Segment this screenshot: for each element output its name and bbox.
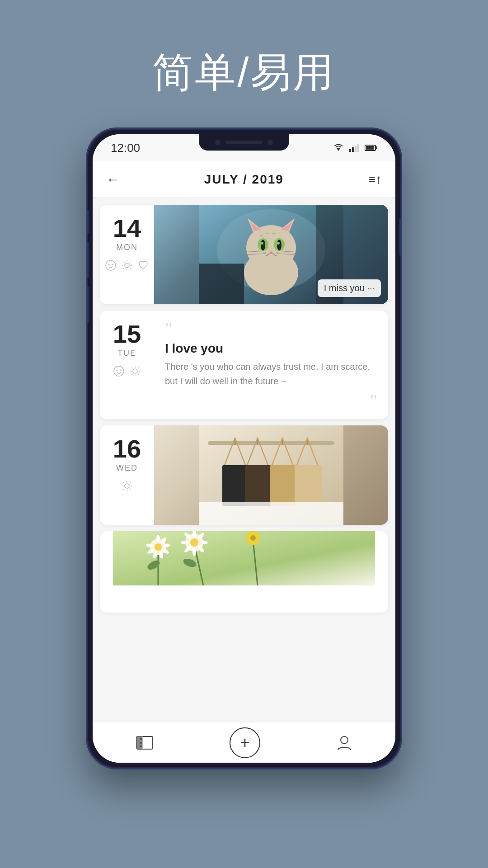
back-button[interactable]: ← [106,172,120,187]
entry-text-15[interactable]: " I love you There 's you who can always… [154,311,388,419]
calendar-icon [135,734,155,752]
svg-rect-71 [295,465,322,506]
svg-line-59 [130,489,131,490]
svg-point-93 [192,548,196,556]
svg-rect-1 [349,149,351,152]
svg-rect-3 [355,146,357,152]
heart-icon-14 [137,259,149,271]
entry-date-15: 15 TUE [100,311,154,419]
svg-line-51 [138,368,139,368]
svg-rect-39 [199,264,244,304]
phone-notch [199,134,289,151]
svg-rect-4 [357,144,359,152]
svg-rect-73 [113,531,375,585]
date-icons-15 [113,365,141,377]
nav-profile[interactable] [326,730,362,755]
status-time: 12:00 [111,141,140,155]
svg-point-11 [125,263,129,268]
date-day-14: MON [116,243,138,252]
smile-icon-15 [113,365,125,377]
quote-close-15: " [165,392,377,410]
entry-card-16: 16 WED [100,425,388,525]
bottom-nav: + [93,722,395,763]
scroll-content: 14 MON [93,198,395,722]
date-number-15: 15 [113,321,141,347]
svg-point-32 [261,242,263,245]
svg-line-60 [130,482,131,483]
app-content: ← JULY / 2019 ≡↑ 14 MON [93,161,395,763]
svg-point-43 [120,370,122,371]
svg-point-44 [133,369,137,373]
svg-rect-6 [366,146,374,150]
entry-card-15: 15 TUE [100,311,388,419]
clothes-image [154,425,388,525]
nav-calendar[interactable] [126,730,164,755]
svg-rect-69 [270,465,297,506]
svg-rect-72 [199,502,343,525]
wifi-icon [333,144,344,152]
svg-marker-0 [337,148,340,151]
date-number-14: 14 [113,216,141,241]
svg-point-9 [108,264,110,265]
date-icons-16 [121,480,133,492]
svg-point-30 [261,240,265,250]
status-icons [333,144,377,152]
svg-point-88 [190,538,198,547]
svg-point-91 [200,541,208,544]
svg-point-107 [341,736,348,744]
svg-line-52 [131,374,132,375]
svg-point-95 [181,541,189,544]
svg-point-78 [155,543,162,551]
svg-line-18 [130,262,131,263]
phone-frame: 12:00 [86,127,402,769]
entry-title-15: I love you [165,341,377,356]
profile-icon [335,734,353,752]
svg-point-79 [156,535,160,542]
entry-photo-flowers[interactable] [100,531,388,613]
date-icons-14 [105,259,149,271]
svg-line-50 [138,374,139,375]
svg-point-41 [114,366,124,376]
add-icon: + [240,733,249,752]
svg-rect-67 [245,465,272,506]
nav-add-button[interactable]: + [230,727,260,758]
svg-point-23 [246,225,296,270]
sort-button[interactable]: ≡↑ [368,172,382,187]
entry-photo-16[interactable] [154,425,388,525]
page-title: 简单/易用 [152,45,335,100]
svg-point-33 [277,242,280,245]
svg-line-17 [130,268,131,269]
entry-date-16: 16 WED [100,425,154,525]
svg-line-16 [123,262,124,263]
svg-point-10 [112,264,113,265]
phone-screen: 12:00 [93,134,395,763]
svg-point-53 [125,484,129,488]
flowers-image [100,531,388,585]
date-number-16: 16 [113,436,141,462]
date-day-16: WED [116,463,138,473]
svg-rect-105 [140,742,142,744]
svg-point-31 [277,240,282,250]
header-title: JULY / 2019 [204,172,284,187]
signal-icon [349,144,359,152]
entry-photo-14[interactable]: I miss you ··· [154,205,388,304]
svg-line-19 [123,268,124,269]
sun-icon-16 [121,480,133,492]
svg-rect-106 [140,745,142,747]
svg-rect-2 [352,147,354,152]
svg-rect-104 [140,738,142,740]
entry-card-14: 14 MON [100,205,388,304]
entry-body-15: There 's you who can always trust me. I … [165,359,377,388]
svg-point-42 [117,370,118,371]
svg-rect-7 [376,146,377,149]
svg-rect-63 [208,441,334,445]
sun-icon-14 [121,259,133,271]
svg-point-98 [250,535,256,541]
quote-open-15: " [165,320,377,338]
entry-date-14: 14 MON [100,205,154,304]
sun-icon-15 [129,365,141,377]
svg-line-49 [131,368,132,368]
svg-line-61 [123,489,124,490]
entry-card-flowers [100,531,388,613]
smile-icon-14 [105,259,117,271]
